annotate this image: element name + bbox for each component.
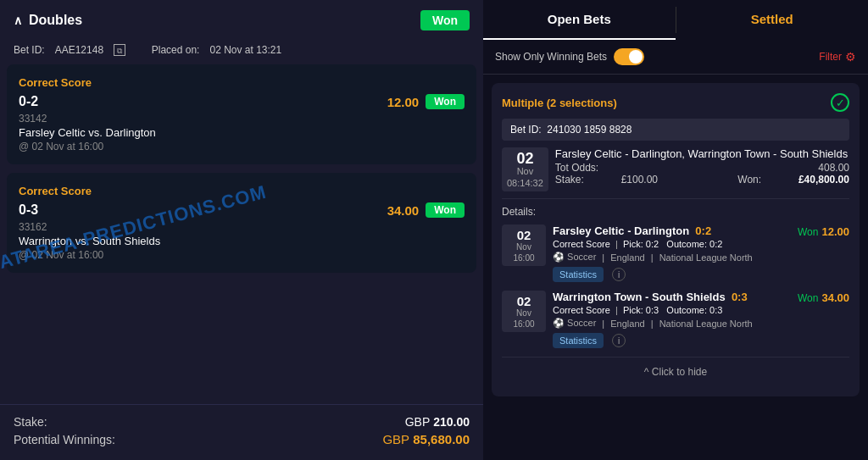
bet-card-odds-won-1: 12.00 Won	[387, 94, 465, 109]
click-to-hide-button[interactable]: ^ Click to hide	[502, 357, 849, 386]
sel-teams-2: Warrington Town - South Shields 0:3	[553, 291, 748, 303]
chevron-up-icon: ∧	[14, 14, 22, 27]
event-tot-odds-row: Tot Odds: 408.00	[555, 162, 849, 174]
info-icon-2[interactable]: i	[612, 334, 626, 347]
sel-header-2: Warrington Town - South Shields 0:3 Won …	[553, 291, 849, 305]
stake-value: GBP 210.00	[405, 415, 470, 429]
filter-left: Show Only Winning Bets	[495, 48, 644, 65]
winnings-label: Potential Winnings:	[14, 433, 115, 446]
sel-time-2: 16:00	[507, 319, 541, 329]
bet-card-date-2: @ 02 Nov at 16:00	[19, 249, 465, 261]
details-section: Details: 02 Nov 16:00 Farsley Celtic - D…	[502, 198, 849, 348]
sel-detail-line-2: Correct Score | Pick: 0:3 Outcome: 0:3	[553, 305, 849, 315]
won-small-badge-1: Won	[426, 94, 465, 109]
multiple-title: Multiple (2 selections)	[502, 97, 617, 109]
bet-card-row-2: 0-3 34.00 Won	[19, 202, 465, 218]
won-small-badge-2: Won	[426, 202, 465, 218]
placed-value: 02 Nov at 13:21	[209, 44, 281, 56]
stake-label: Stake:	[14, 415, 47, 429]
event-row: 02 Nov 08:14:32 Farsley Celtic - Darling…	[502, 147, 849, 191]
bet-odds-1: 12.00	[387, 95, 420, 109]
bet-card-match-2: Warrington vs. South Shields	[19, 235, 465, 247]
tot-odds-value: 408.00	[818, 162, 849, 174]
sel-info-1: Farsley Celtic - Darlington 0:2 Won 12.0…	[553, 224, 849, 282]
bet-card-match-1: Farsley Celtic vs. Darlington	[19, 126, 465, 139]
sel-time-1: 16:00	[507, 253, 541, 263]
left-footer: Stake: GBP 210.00 Potential Winnings: GB…	[0, 404, 483, 460]
sel-won-2: Won	[798, 292, 818, 304]
sel-month-1: Nov	[507, 242, 541, 252]
doubles-title: ∧ Doubles	[14, 13, 82, 28]
filter-label-text: Filter	[819, 51, 842, 63]
info-icon-1[interactable]: i	[612, 268, 626, 281]
event-month: Nov	[507, 166, 543, 176]
winning-bets-toggle[interactable]	[614, 48, 644, 65]
event-date-box: 02 Nov 08:14:32	[502, 147, 548, 191]
sel-month-2: Nov	[507, 308, 541, 318]
tabs: Open Bets Settled	[483, 0, 868, 40]
check-circle-icon: ✓	[831, 93, 849, 112]
bet-id-row: Bet ID: 241030 1859 8828	[502, 119, 849, 141]
won-label-r: Won:	[737, 174, 761, 186]
event-info: Farsley Celtic - Darlington, Warrington …	[555, 147, 849, 186]
right-content: Multiple (2 selections) ✓ Bet ID: 241030…	[483, 75, 868, 460]
sel-day-1: 02	[507, 228, 541, 242]
statistics-button-2[interactable]: Statistics	[553, 333, 604, 348]
event-day: 02	[507, 151, 543, 166]
event-stake-row: Stake: £100.00 Won: £40,800.00	[555, 174, 849, 186]
bet-id-number: 241030 1859 8828	[547, 124, 632, 136]
statistics-button-1[interactable]: Statistics	[553, 267, 604, 282]
bet-card-type-1: Correct Score	[19, 76, 465, 89]
bet-card-row-1: 0-2 12.00 Won	[19, 94, 465, 109]
sel-day-2: 02	[507, 294, 541, 308]
bet-card-score-2: 0-3	[19, 202, 38, 218]
sel-actions-1: Statistics i	[553, 267, 849, 282]
right-panel: Open Bets Settled Show Only Winning Bets…	[483, 0, 868, 460]
bet-id-label: Bet ID:	[14, 44, 45, 56]
selection-row-2: 02 Nov 16:00 Warrington Town - South Shi…	[502, 291, 849, 348]
copy-icon[interactable]: ⧉	[114, 44, 125, 56]
bet-card-1: Correct Score 0-2 12.00 Won 33142 Farsle…	[7, 64, 476, 164]
sel-date-box-1: 02 Nov 16:00	[502, 224, 546, 266]
selection-row-1: 02 Nov 16:00 Farsley Celtic - Darlington…	[502, 224, 849, 282]
sel-won-1: Won	[798, 226, 818, 238]
tab-settled[interactable]: Settled	[676, 0, 869, 40]
winnings-value: GBP 85,680.00	[382, 432, 470, 446]
stake-label-r: Stake:	[555, 174, 584, 186]
sel-info-2: Warrington Town - South Shields 0:3 Won …	[553, 291, 849, 348]
stake-value-r: £100.00	[621, 174, 658, 186]
bet-cards-list: Correct Score 0-2 12.00 Won 33142 Farsle…	[0, 64, 483, 404]
bet-odds-2: 34.00	[387, 203, 420, 218]
bet-id-value: AAE12148	[55, 44, 103, 56]
event-time: 08:14:32	[507, 178, 543, 188]
won-val-r: £40,800.00	[798, 174, 849, 186]
winnings-row: Potential Winnings: GBP 85,680.00	[14, 432, 470, 446]
details-label: Details:	[502, 206, 849, 218]
sel-odds-1: 12.00	[821, 225, 849, 238]
bet-card-2: Correct Score 0-3 34.00 Won 33162 Warrin…	[7, 173, 476, 273]
left-header: ∧ Doubles Won	[0, 0, 483, 41]
sel-league-2: ⚽ Soccer | England | National League Nor…	[553, 318, 849, 329]
sel-league-1: ⚽ Soccer | England | National League Nor…	[553, 252, 849, 263]
bet-card-score-1: 0-2	[19, 94, 38, 109]
event-teams: Farsley Celtic - Darlington, Warrington …	[555, 147, 849, 160]
bet-card-date-1: @ 02 Nov at 16:00	[19, 141, 465, 152]
multiple-header: Multiple (2 selections) ✓	[502, 93, 849, 112]
tab-open-bets[interactable]: Open Bets	[483, 0, 676, 40]
sel-header-1: Farsley Celtic - Darlington 0:2 Won 12.0…	[553, 224, 849, 239]
stake-row: Stake: GBP 210.00	[14, 415, 470, 429]
multiple-bet-card: Multiple (2 selections) ✓ Bet ID: 241030…	[492, 83, 860, 396]
tot-odds-label: Tot Odds:	[555, 162, 598, 174]
won-badge: Won	[420, 10, 470, 30]
sel-odds-2: 34.00	[821, 291, 849, 304]
bet-id-prefix: Bet ID:	[510, 124, 542, 136]
bet-card-odds-won-2: 34.00 Won	[387, 202, 465, 218]
sel-date-box-2: 02 Nov 16:00	[502, 291, 546, 332]
sel-detail-line-1: Correct Score | Pick: 0:2 Outcome: 0:2	[553, 239, 849, 249]
filter-button[interactable]: Filter ⚙	[819, 50, 856, 64]
bet-meta: Bet ID: AAE12148 ⧉ Placed on: 02 Nov at …	[0, 41, 483, 64]
filter-icon: ⚙	[845, 50, 856, 64]
sel-teams-1: Farsley Celtic - Darlington 0:2	[553, 224, 711, 237]
filter-label: Show Only Winning Bets	[495, 51, 607, 63]
bet-card-id-2: 33162	[19, 221, 465, 233]
